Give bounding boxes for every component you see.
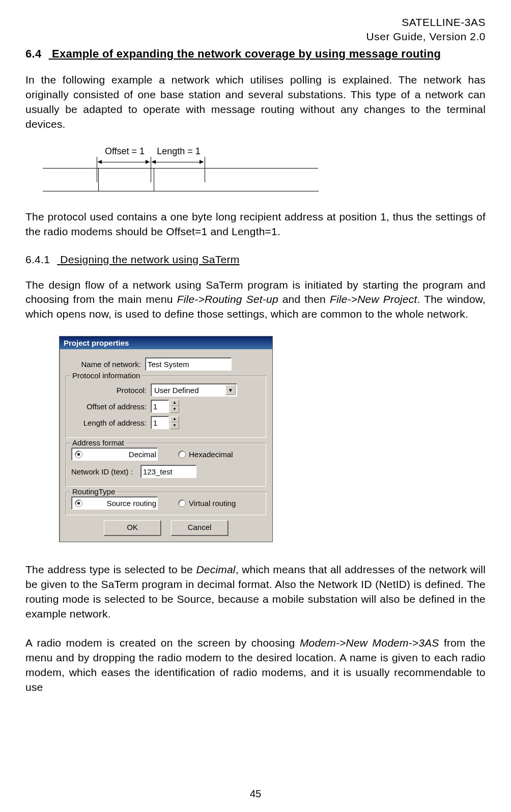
protocol-label: Protocol: [71, 386, 151, 395]
name-of-network-input[interactable] [145, 357, 232, 371]
protocol-group-title: Protocol information [70, 371, 142, 380]
project-properties-dialog: Project properties Name of network: Prot… [59, 336, 273, 542]
offset-length-diagram: Offset = 1 Length = 1 [76, 146, 361, 191]
routing-type-group-title: RoutingType [70, 487, 117, 496]
offset-of-address-label: Offset of address: [71, 402, 151, 411]
length-spinner[interactable]: ▲ ▼ [151, 416, 179, 429]
protocol-frame-table [43, 168, 319, 191]
length-label: Length = 1 [152, 146, 206, 157]
guide-version: User Guide, Version 2.0 [25, 30, 486, 44]
protocol-value: User Defined [154, 386, 199, 395]
radio-dot-icon [75, 499, 82, 507]
menu-path-1: File->Routing Set-up [177, 293, 278, 305]
length-of-address-label: Length of address: [71, 418, 151, 427]
protocol-information-group: Protocol information Protocol: User Defi… [66, 376, 266, 438]
page-number: 45 [0, 788, 511, 800]
offset-spinner[interactable]: ▲ ▼ [151, 400, 179, 413]
dialog-titlebar: Project properties [60, 337, 272, 349]
network-id-label: Network ID (text) : [71, 467, 140, 476]
ok-button[interactable]: OK [104, 520, 161, 536]
routing-type-group: RoutingType Source routing Virtual routi… [66, 492, 266, 515]
paragraph-1: In the following example a network which… [25, 73, 486, 132]
chevron-down-icon[interactable]: ▼ [225, 385, 236, 395]
network-id-input[interactable] [140, 465, 196, 478]
paragraph-3: The design flow of a network using SaTer… [25, 278, 486, 322]
radio-hexadecimal[interactable]: Hexadecimal [178, 447, 233, 461]
dialog-title-text: Project properties [64, 339, 129, 347]
section-number: 6.4 [25, 47, 41, 61]
length-input[interactable] [151, 416, 169, 429]
subsection-title: Designing the network using SaTerm [60, 254, 239, 265]
radio-decimal[interactable]: Decimal [71, 447, 158, 461]
cancel-button[interactable]: Cancel [171, 520, 228, 536]
radio-virtual-routing[interactable]: Virtual routing [178, 496, 236, 510]
radio-source-routing[interactable]: Source routing [71, 496, 158, 510]
product-name: SATELLINE-3AS [25, 15, 486, 30]
spin-up-icon[interactable]: ▲ [170, 416, 179, 423]
menu-path-2: File->New Project [330, 293, 417, 305]
paragraph-2: The protocol used contains a one byte lo… [25, 210, 486, 239]
paragraph-4: The address type is selected to be Decim… [25, 563, 486, 622]
spin-down-icon[interactable]: ▼ [170, 406, 179, 413]
paragraph-5: A radio modem is created on the screen b… [25, 636, 486, 695]
radio-dot-icon [75, 451, 82, 458]
subsection-heading: 6.4.1 Designing the network using SaTerm [25, 254, 486, 266]
decimal-emph: Decimal [196, 564, 235, 575]
radio-dot-icon [178, 499, 186, 507]
page-header: SATELLINE-3AS User Guide, Version 2.0 [25, 15, 486, 44]
spin-up-icon[interactable]: ▲ [170, 400, 179, 406]
address-format-group: Address format Decimal Hexadecimal Netwo… [66, 443, 266, 487]
section-title: Example of expanding the network coverag… [52, 47, 441, 60]
protocol-select[interactable]: User Defined ▼ [151, 383, 237, 397]
subsection-number: 6.4.1 [25, 254, 50, 266]
offset-input[interactable] [151, 400, 169, 413]
section-heading: 6.4 Example of expanding the network cov… [25, 47, 486, 61]
spin-down-icon[interactable]: ▼ [170, 423, 179, 429]
offset-label: Offset = 1 [98, 146, 152, 157]
menu-path-3: Modem->New Modem->3AS [300, 637, 439, 649]
radio-dot-icon [178, 451, 186, 458]
address-format-group-title: Address format [70, 438, 126, 447]
name-of-network-label: Name of network: [66, 360, 145, 369]
